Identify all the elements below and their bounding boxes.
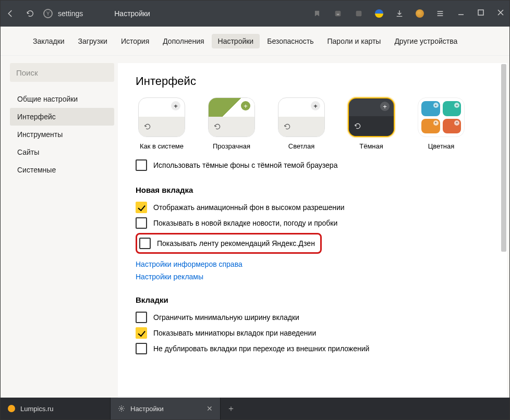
option-zen-feed[interactable]: Показывать ленту рекомендаций Яндекс.Дзе…	[139, 238, 315, 249]
theme-label: Тёмная	[359, 142, 383, 150]
yandex-icon: Y	[43, 9, 53, 18]
theme-label: Как в системе	[140, 142, 184, 150]
tab-label: Настройки	[130, 405, 164, 413]
search-input[interactable]: Поиск	[10, 63, 114, 82]
link-informers[interactable]: Настройки информеров справа	[136, 260, 496, 268]
topnav-passwords[interactable]: Пароли и карты	[321, 34, 387, 48]
extension-icon[interactable]	[354, 9, 363, 18]
topnav-history[interactable]: История	[115, 34, 155, 48]
highlighted-option: Показывать ленту рекомендаций Яндекс.Дзе…	[136, 233, 322, 254]
theme-light[interactable]: + Светлая	[275, 97, 327, 150]
option-label: Показывать ленту рекомендаций Яндекс.Дзе…	[157, 239, 315, 248]
topnav-downloads[interactable]: Загрузки	[72, 34, 114, 48]
profile-icon[interactable]	[416, 9, 424, 18]
option-label: Отображать анимационный фон в высоком ра…	[153, 203, 345, 212]
topnav-security[interactable]: Безопасность	[261, 34, 320, 48]
svg-rect-3	[478, 10, 483, 15]
option-min-tab-width[interactable]: Ограничить минимальную ширину вкладки	[136, 312, 496, 323]
section-heading-newtab: Новая вкладка	[136, 186, 496, 194]
option-news-weather[interactable]: Показывать в новой вкладке новости, пого…	[136, 217, 496, 229]
scrollbar[interactable]	[501, 64, 506, 397]
section-heading-tabs: Вкладки	[136, 295, 496, 304]
checkbox[interactable]	[136, 343, 147, 354]
plus-icon: +	[311, 101, 320, 110]
option-anim-bg[interactable]: Отображать анимационный фон в высоком ра…	[136, 202, 496, 213]
plus-icon: +	[171, 101, 180, 110]
menu-icon[interactable]	[435, 9, 445, 18]
settings-top-nav: Закладки Загрузки История Дополнения Нас…	[1, 27, 509, 56]
close-icon[interactable]: ✕	[207, 404, 213, 413]
tab-lumpics[interactable]: Lumpics.ru	[1, 398, 110, 419]
shield-icon[interactable]: ω	[333, 9, 343, 18]
theme-label: Светлая	[288, 142, 314, 150]
content-heading: Интерфейс	[136, 75, 496, 88]
sidebar-item-interface[interactable]: Интерфейс	[10, 108, 114, 126]
page-title: Настройки	[114, 9, 150, 18]
topnav-devices[interactable]: Другие устройства	[388, 34, 464, 48]
sidebar-item-sites[interactable]: Сайты	[10, 143, 114, 161]
option-label: Использовать тёмные фоны с тёмной темой …	[153, 161, 337, 169]
new-tab-button[interactable]: ＋	[221, 398, 241, 419]
browser-window: Y settings Настройки ω	[0, 0, 510, 420]
theme-transparent[interactable]: + Прозрачная	[205, 97, 258, 150]
checkbox[interactable]	[136, 202, 147, 213]
nav-group	[6, 9, 35, 18]
topnav-settings[interactable]: Настройки	[212, 34, 260, 48]
option-tab-thumbnails[interactable]: Показывать миниатюры вкладок при наведен…	[136, 327, 496, 339]
svg-rect-2	[356, 11, 362, 17]
tab-strip: Lumpics.ru Настройки ✕ ＋	[1, 398, 509, 419]
download-icon[interactable]	[395, 9, 404, 18]
svg-text:ω: ω	[337, 13, 339, 16]
address-bar[interactable]: Y settings	[43, 9, 83, 18]
checkbox[interactable]	[136, 327, 147, 339]
reload-icon[interactable]	[26, 9, 35, 18]
plus-icon: +	[380, 102, 390, 111]
theme-label: Цветная	[428, 142, 455, 150]
option-label: Показывать миниатюры вкладок при наведен…	[153, 329, 316, 337]
settings-body: Поиск Общие настройки Интерфейс Инструме…	[1, 56, 509, 398]
sidebar-item-general[interactable]: Общие настройки	[10, 90, 114, 108]
maximize-button[interactable]	[477, 9, 484, 18]
theme-dark[interactable]: + Тёмная	[345, 97, 397, 150]
checkbox[interactable]	[139, 238, 151, 249]
option-label: Показывать в новой вкладке новости, пого…	[153, 219, 337, 227]
option-label: Ограничить минимальную ширину вкладки	[153, 313, 299, 322]
option-no-dup-tabs[interactable]: Не дублировать вкладки при переходе из в…	[136, 343, 496, 354]
sidebar: Поиск Общие настройки Интерфейс Инструме…	[1, 56, 118, 398]
sidebar-item-system[interactable]: Системные	[10, 161, 114, 179]
tab-label: Lumpics.ru	[20, 405, 54, 413]
favicon-icon	[8, 405, 15, 412]
close-button[interactable]	[497, 9, 504, 18]
titlebar: Y settings Настройки ω	[1, 1, 509, 27]
theme-label: Прозрачная	[213, 142, 250, 150]
scrollbar-thumb[interactable]	[501, 64, 506, 252]
topnav-bookmarks[interactable]: Закладки	[27, 34, 71, 48]
theme-system[interactable]: + Как в системе	[136, 97, 188, 150]
topnav-addons[interactable]: Дополнения	[156, 34, 210, 48]
option-dark-backgrounds[interactable]: Использовать тёмные фоны с тёмной темой …	[136, 159, 496, 171]
checkbox[interactable]	[136, 159, 147, 171]
link-ads[interactable]: Настройки рекламы	[136, 273, 496, 281]
flag-icon[interactable]	[375, 9, 383, 18]
theme-picker: + Как в системе + Прозрачная + Светлая +…	[136, 97, 496, 150]
toolbar-tools: ω	[312, 9, 445, 18]
window-controls	[457, 9, 504, 18]
option-label: Не дублировать вкладки при переходе из в…	[153, 344, 369, 353]
minimize-button[interactable]	[457, 9, 465, 18]
checkbox[interactable]	[136, 217, 147, 229]
back-icon[interactable]	[6, 9, 15, 18]
settings-content: Интерфейс + Как в системе + Прозрачная +…	[118, 63, 507, 398]
sidebar-item-tools[interactable]: Инструменты	[10, 126, 114, 143]
theme-color[interactable]: + + + + Цветная	[415, 97, 467, 150]
bookmark-icon[interactable]	[312, 9, 322, 18]
tab-settings[interactable]: Настройки ✕	[111, 398, 220, 419]
checkbox[interactable]	[136, 312, 147, 323]
svg-point-4	[120, 407, 123, 410]
address-text: settings	[58, 9, 83, 18]
plus-icon: +	[241, 101, 250, 110]
gear-icon	[118, 405, 125, 412]
